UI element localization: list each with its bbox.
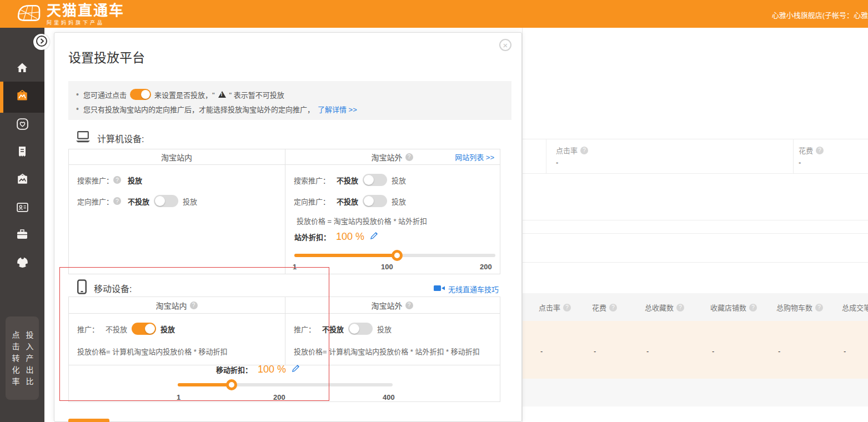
help-icon[interactable]: ? bbox=[815, 304, 823, 312]
account-name[interactable]: 心雅小栈旗舰店(子帐号：心雅小栈 bbox=[772, 9, 868, 20]
divider bbox=[285, 297, 285, 365]
state-value: 不投放 bbox=[337, 196, 358, 207]
row-label: 推广： bbox=[294, 324, 315, 334]
app-root: 天猫直通车 阿里妈妈旗下产品 心雅小栈旗舰店(子帐号：心雅小栈 bbox=[0, 0, 868, 422]
save-button[interactable] bbox=[68, 419, 109, 422]
mobile-section-title: 移动设备: bbox=[94, 282, 132, 295]
sidebar-item-home[interactable] bbox=[0, 55, 44, 83]
info-line-1: • 您可通过点击 来设置是否投放，" ! " 表示暂不可投放 bbox=[76, 87, 511, 102]
mobile-in-price-formula: 投放价格= 计算机淘宝站内投放价格 * 移动折扣 bbox=[77, 346, 228, 356]
sidebar-item-favorites[interactable] bbox=[0, 111, 44, 139]
toggle-on-label: 投放 bbox=[392, 196, 406, 207]
help-icon[interactable]: ? bbox=[609, 304, 617, 312]
train-logo-icon bbox=[14, 2, 42, 27]
sidebar-item-promotion-active[interactable] bbox=[0, 82, 44, 113]
column-header: 花费? bbox=[592, 302, 617, 313]
sphere-icon bbox=[16, 255, 29, 272]
row-label: 定向推广： bbox=[77, 196, 113, 207]
stat-ctr-value: - bbox=[556, 158, 558, 167]
divider bbox=[793, 139, 794, 173]
picture-frame-icon bbox=[16, 173, 29, 189]
laptop-icon bbox=[76, 130, 91, 145]
column-header: 总成交笔 bbox=[842, 302, 868, 313]
help-icon[interactable]: ? bbox=[749, 304, 757, 312]
note-text: " 表示暂不可投放 bbox=[229, 89, 284, 100]
info-line-2: • 您只有投放淘宝站内的定向推广后，才能选择投放淘宝站外的定向推广， 了解详情 … bbox=[76, 102, 511, 116]
stat-cost-value: - bbox=[799, 158, 801, 167]
help-icon[interactable]: ? bbox=[580, 147, 588, 154]
computer-out-target-toggle[interactable] bbox=[363, 195, 387, 207]
mobile-in-promo-row: 推广： 不投放 投放 bbox=[77, 323, 175, 335]
sidebar-item-network[interactable] bbox=[0, 249, 44, 277]
toggle-off-label: 不投放 bbox=[106, 324, 127, 334]
table-header-row: 点击率? 花费? 总收藏数? 收藏店铺数? 总购物车数? 总成交笔 bbox=[523, 293, 868, 321]
mobile-in-promo-toggle[interactable] bbox=[132, 323, 156, 335]
logo-text: 天猫直通车 阿里妈妈旗下产品 bbox=[47, 3, 124, 26]
sidebar-item-toolbox[interactable] bbox=[0, 222, 44, 249]
slider-handle[interactable] bbox=[392, 250, 403, 261]
cell-value: - bbox=[778, 347, 780, 355]
mobile-table-header: 淘宝站内 ? 淘宝站外 ? bbox=[69, 297, 500, 314]
sidebar-expand-button[interactable] bbox=[33, 34, 49, 50]
out-site-discount: 站外折扣： 100 % bbox=[294, 230, 378, 243]
state-value: 不投放 bbox=[337, 175, 358, 185]
sidebar-item-creative[interactable] bbox=[0, 167, 44, 194]
state-value: 投放 bbox=[128, 175, 142, 185]
mobile-out-promo-toggle[interactable] bbox=[348, 323, 373, 335]
toggle-on-label: 投放 bbox=[377, 324, 392, 334]
metric-click-conversion: 点击转化率 bbox=[11, 331, 20, 400]
sidebar-item-report[interactable] bbox=[0, 139, 44, 167]
computer-out-search-row: 搜索推广： 不投放 投放 bbox=[294, 174, 406, 186]
slider-min-label: 1 bbox=[293, 263, 297, 271]
close-icon[interactable]: × bbox=[499, 39, 511, 51]
divider bbox=[523, 233, 868, 234]
help-icon[interactable]: ? bbox=[190, 302, 198, 309]
phone-icon bbox=[77, 279, 87, 297]
logo-title: 天猫直通车 bbox=[47, 3, 124, 18]
divider bbox=[546, 139, 546, 173]
slider-handle[interactable] bbox=[226, 379, 237, 390]
stats-row: 点击率 ? - 花费 ? - bbox=[523, 139, 868, 174]
sidebar-item-contacts[interactable] bbox=[0, 194, 44, 222]
help-icon[interactable]: ? bbox=[563, 304, 571, 312]
info-box: • 您可通过点击 来设置是否投放，" ! " 表示暂不可投放 • 您只有投放淘宝… bbox=[68, 81, 511, 120]
edit-pencil-icon[interactable] bbox=[292, 364, 300, 375]
row-label: 定向推广： bbox=[294, 196, 330, 207]
note-text: 您可通过点击 bbox=[83, 89, 127, 100]
stat-label: 花费 ? bbox=[799, 145, 824, 155]
help-icon[interactable]: ? bbox=[676, 304, 684, 312]
out-site-discount-slider[interactable] bbox=[294, 254, 495, 257]
help-icon[interactable]: ? bbox=[405, 153, 413, 161]
divider bbox=[523, 220, 868, 220]
header-taobao-in: 淘宝站内 bbox=[69, 149, 284, 164]
logo[interactable]: 天猫直通车 阿里妈妈旗下产品 bbox=[14, 2, 124, 27]
discount-label: 站外折扣： bbox=[294, 232, 330, 242]
slider-mid-label: 100 bbox=[381, 263, 393, 271]
toggle-on-label: 投放 bbox=[392, 175, 406, 185]
metrics-panel[interactable]: 点击转化率 投入产出比 bbox=[6, 316, 39, 400]
site-list-link[interactable]: 网站列表 >> bbox=[455, 152, 494, 162]
mobile-out-price-formula: 投放价格= 计算机淘宝站内投放价格 * 站外折扣 * 移动折扣 bbox=[294, 346, 480, 356]
bullet: • bbox=[76, 104, 79, 113]
computer-section-title: 计算机设备: bbox=[97, 132, 144, 145]
promotion-picture-icon bbox=[15, 89, 29, 105]
computer-out-search-toggle[interactable] bbox=[363, 174, 387, 186]
help-icon[interactable]: ? bbox=[816, 147, 824, 154]
help-icon[interactable]: ? bbox=[113, 176, 121, 184]
wireless-tips-link[interactable]: 无线直通车技巧 bbox=[434, 284, 499, 294]
slider-max-label: 200 bbox=[480, 263, 492, 271]
stat-ctr-label: 点击率 bbox=[556, 145, 578, 155]
slider-max-label: 400 bbox=[383, 393, 395, 401]
slider-mid-label: 200 bbox=[273, 393, 285, 401]
cell-value: - bbox=[646, 347, 649, 355]
computer-in-target-toggle[interactable] bbox=[154, 195, 178, 207]
help-icon[interactable]: ? bbox=[405, 302, 413, 309]
mobile-discount-slider[interactable] bbox=[178, 383, 393, 386]
warning-icon: ! bbox=[218, 91, 226, 98]
example-toggle-on bbox=[130, 89, 151, 100]
learn-more-link[interactable]: 了解详情 >> bbox=[318, 104, 357, 114]
table-row[interactable]: - - - - - - bbox=[523, 321, 868, 379]
discount-label: 移动折扣： bbox=[216, 364, 252, 375]
edit-pencil-icon[interactable] bbox=[370, 232, 378, 242]
help-icon[interactable]: ? bbox=[113, 197, 121, 205]
